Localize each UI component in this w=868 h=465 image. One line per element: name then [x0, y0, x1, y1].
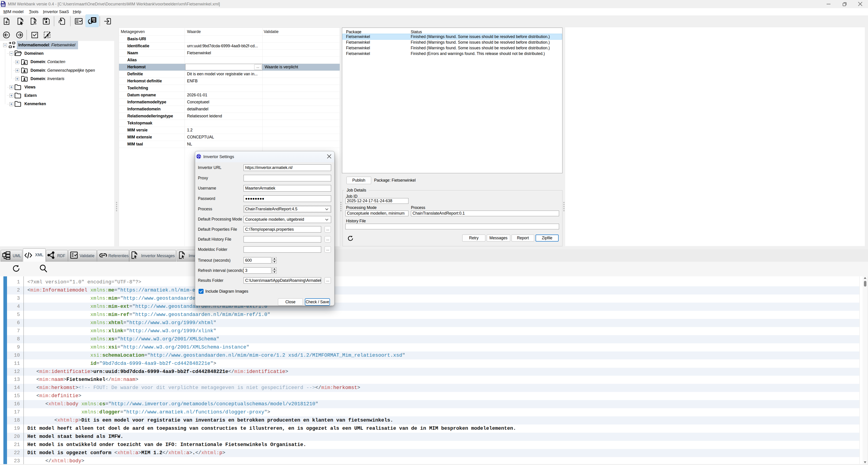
svg-text:MIM: MIM: [1, 3, 5, 5]
